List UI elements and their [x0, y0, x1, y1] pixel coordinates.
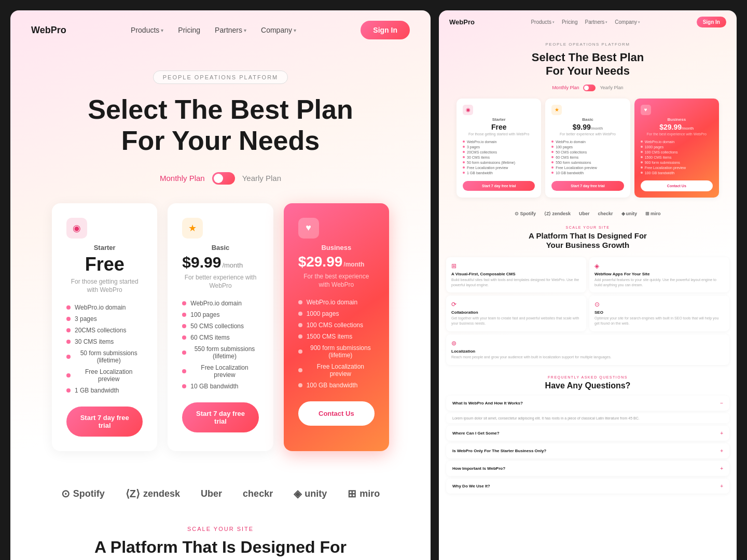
- basic-card-name: Basic: [182, 244, 258, 251]
- feature-item: 1 GB bandwidth: [66, 387, 143, 394]
- mini-feature-item: 20CMS collections: [463, 150, 535, 154]
- mini-feature-item: 50 CMS collections: [551, 150, 624, 154]
- mini-basic-icon: ★: [551, 105, 562, 115]
- mini-local-title: Localization: [451, 349, 724, 354]
- mini-basic-btn[interactable]: Start 7 day free trial: [551, 181, 624, 191]
- signin-button[interactable]: Sign In: [361, 21, 410, 39]
- mini-feature-item: WebPro.io domain: [641, 140, 713, 144]
- feature-dot: [182, 351, 186, 355]
- feature-item: WebPro.io domain: [298, 299, 375, 306]
- chevron-down-icon: ▾: [244, 27, 246, 33]
- mini-yearly-label: Yearly Plan: [600, 85, 623, 90]
- mini-faq-icon-1: −: [720, 400, 723, 406]
- mini-business-price: $29.99/month: [641, 123, 713, 131]
- mini-faq-item-3[interactable]: Is WebPro Only For The Starter Business …: [446, 443, 729, 458]
- nav-link-pricing[interactable]: Pricing: [178, 26, 200, 34]
- feature-dot: [66, 340, 71, 344]
- feature-item: 30 CMS items: [66, 338, 143, 345]
- mini-nav-pricing[interactable]: Pricing: [562, 19, 578, 25]
- feature-item: 100 CMS collections: [298, 321, 375, 329]
- mini-basic-features: WebPro.io domain 100 pages 50 CMS collec…: [551, 140, 624, 175]
- mini-feature-item: 60 CMS items: [551, 156, 624, 159]
- nav-link-partners[interactable]: Partners ▾: [215, 26, 246, 34]
- mini-faq-icon-4: +: [720, 466, 723, 471]
- business-card-icon: ♥: [298, 218, 319, 239]
- pricing-cards: ◉ Starter Free For those getting started…: [31, 203, 410, 452]
- mini-faq-title: Have Any Questions?: [446, 381, 729, 390]
- plan-toggle-switch[interactable]: [212, 172, 235, 185]
- mini-nav-links: Products▾ Pricing Partners▾ Company▾: [531, 19, 640, 25]
- chevron-down-icon: ▾: [294, 27, 296, 33]
- nav-links: Products ▾ Pricing Partners ▾ Company ▾: [131, 26, 296, 34]
- logo-miro: ⊞ miro: [348, 487, 380, 500]
- mini-feature-item: 550 form submissions: [551, 161, 624, 164]
- feature-dot: [298, 300, 302, 304]
- mini-business-name: Business: [641, 117, 713, 122]
- mini-faq-item-5[interactable]: Why Do We Use It? +: [446, 479, 729, 494]
- mini-hero: PEOPLE OPEATIONS PLATFORM Select The Bes…: [439, 34, 737, 203]
- business-cta-button[interactable]: Contact Us: [298, 401, 375, 426]
- mini-business-btn[interactable]: Contact Us: [641, 180, 713, 191]
- mini-faq-icon-2: +: [720, 430, 723, 436]
- feature-dot: [66, 388, 71, 393]
- right-panel: WebPro Products▾ Pricing Partners▾ Compa…: [439, 10, 737, 560]
- mini-starter-desc: For those getting started with WebPro: [463, 132, 535, 136]
- mini-faq-item-1[interactable]: What Is WebPro And How It Works? −: [446, 396, 729, 411]
- mini-faq-item-4[interactable]: How Important Is WebPro? +: [446, 461, 729, 476]
- hero-badge: PEOPLE OPEATIONS PLATFORM: [153, 71, 288, 84]
- business-card-desc: For the best experience with WebPro: [298, 272, 375, 290]
- mini-toggle-switch[interactable]: [583, 85, 596, 91]
- feature-dot: [298, 312, 302, 316]
- mini-badge: PEOPLE OPEATIONS PLATFORM: [449, 42, 726, 47]
- logo-checkr: checkr: [243, 488, 273, 499]
- feature-dot: [66, 355, 71, 359]
- starter-card-desc: For those getting started with WebPro: [66, 277, 143, 295]
- mini-logo-zendesk: ⟨Z⟩ zendesk: [544, 211, 571, 216]
- mini-logo-checkr: checkr: [598, 211, 613, 216]
- mini-nav-partners[interactable]: Partners▾: [585, 19, 607, 25]
- mini-starter-features: WebPro.io domain 3 pages 20CMS collectio…: [463, 140, 535, 175]
- mini-plan-toggle: Monthly Plan Yearly Plan: [449, 85, 726, 91]
- feature-item: 60 CMS items: [182, 334, 258, 341]
- mini-nav-company[interactable]: Company▾: [615, 19, 640, 25]
- unity-icon: ◈: [294, 487, 301, 500]
- mini-pricing-cards: ◉ Starter Free For those getting started…: [449, 99, 726, 198]
- chevron-down-icon: ▾: [161, 27, 163, 33]
- basic-card-desc: For better experience with WebPro: [182, 273, 258, 291]
- feature-item: 3 pages: [66, 315, 143, 323]
- starter-card-features: WebPro.io domain 3 pages 20CMS collectio…: [66, 304, 143, 394]
- mini-apps-desc: Add powerful features to your site quick…: [594, 277, 724, 288]
- mini-starter-btn[interactable]: Start 7 day free trial: [463, 181, 535, 191]
- nav-link-products[interactable]: Products ▾: [131, 26, 163, 34]
- mini-faq-item-2[interactable]: Where Can I Get Some? +: [446, 426, 729, 441]
- feature-dot: [298, 323, 302, 327]
- feature-item: 50 CMS collections: [182, 323, 258, 330]
- mini-signin-button[interactable]: Sign In: [697, 17, 726, 27]
- mini-nav-products[interactable]: Products▾: [531, 19, 554, 25]
- mini-feature-item: Free Localization preview: [463, 166, 535, 170]
- mini-basic-card: ★ Basic $9.99/month For better experienc…: [545, 99, 630, 198]
- plan-toggle: Monthly Plan Yearly Plan: [31, 172, 410, 185]
- monthly-plan-label: Monthly Plan: [160, 174, 205, 183]
- mini-feat-card-collab: ⟳ Collaboration Get together with your t…: [446, 296, 586, 331]
- mini-spotify-icon: ⊙: [515, 211, 519, 216]
- starter-cta-button[interactable]: Start 7 day free trial: [66, 407, 143, 437]
- starter-card-price: Free: [66, 254, 143, 275]
- mini-cms-title: A Visual-First, Composable CMS: [451, 272, 581, 276]
- starter-card-icon: ◉: [66, 218, 87, 239]
- basic-cta-button[interactable]: Start 7 day free trial: [182, 402, 258, 432]
- mini-feature-item: 900 form submissions: [641, 161, 713, 164]
- mini-feature-item: 1 GB bandwidth: [463, 171, 535, 175]
- business-card-features: WebPro.io domain 1000 pages 100 CMS coll…: [298, 299, 375, 389]
- mini-basic-price: $9.99/month: [551, 123, 624, 131]
- mini-feature-item: WebPro.io domain: [551, 140, 624, 144]
- mini-feature-item: 100 CMS collections: [641, 150, 713, 154]
- logo-uber: Uber: [201, 488, 222, 499]
- feature-dot: [182, 324, 186, 328]
- mini-faq-icon-3: +: [720, 448, 723, 454]
- business-card-name: Business: [298, 244, 375, 251]
- nav-link-company[interactable]: Company ▾: [261, 26, 296, 34]
- mini-feature-item: 100 GB bandwidth: [641, 171, 713, 175]
- mini-feature-item: 100 pages: [551, 145, 624, 149]
- nav-logo: WebPro: [31, 25, 66, 36]
